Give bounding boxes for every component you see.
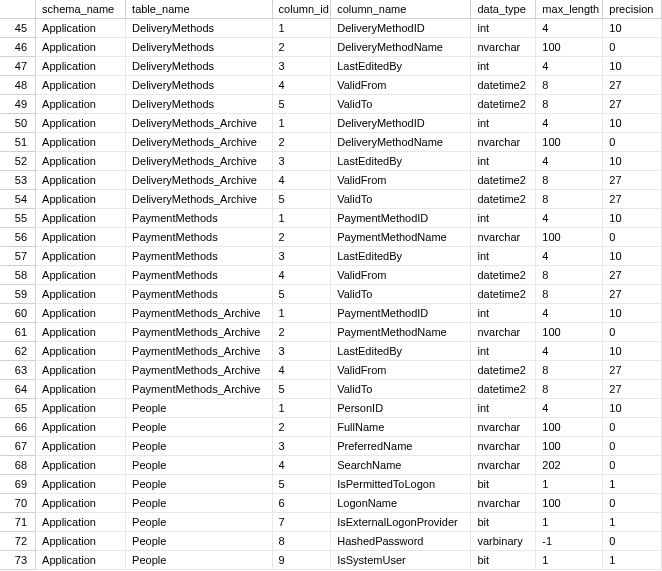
row-number[interactable]: 69 bbox=[0, 475, 36, 494]
cell-data-type[interactable]: bit bbox=[471, 551, 536, 570]
cell-precision[interactable]: 27 bbox=[603, 361, 662, 380]
cell-table-name[interactable]: People bbox=[126, 399, 273, 418]
row-number[interactable]: 73 bbox=[0, 551, 36, 570]
cell-column-name[interactable]: PaymentMethodID bbox=[331, 209, 471, 228]
row-number[interactable]: 66 bbox=[0, 418, 36, 437]
row-number[interactable]: 60 bbox=[0, 304, 36, 323]
cell-column-name[interactable]: PreferredName bbox=[331, 437, 471, 456]
col-header-column-name[interactable]: column_name bbox=[331, 0, 471, 19]
cell-column-name[interactable]: ValidFrom bbox=[331, 266, 471, 285]
cell-max-length[interactable]: 100 bbox=[536, 323, 603, 342]
table-row[interactable]: 55ApplicationPaymentMethods1PaymentMetho… bbox=[0, 209, 662, 228]
cell-column-name[interactable]: PaymentMethodName bbox=[331, 228, 471, 247]
cell-precision[interactable]: 10 bbox=[603, 209, 662, 228]
cell-column-name[interactable]: ValidFrom bbox=[331, 361, 471, 380]
cell-max-length[interactable]: 100 bbox=[536, 418, 603, 437]
cell-precision[interactable]: 27 bbox=[603, 171, 662, 190]
cell-schema-name[interactable]: Application bbox=[36, 418, 126, 437]
cell-column-name[interactable]: HashedPassword bbox=[331, 532, 471, 551]
cell-column-id[interactable]: 9 bbox=[272, 551, 331, 570]
cell-column-id[interactable]: 5 bbox=[272, 380, 331, 399]
cell-max-length[interactable]: 8 bbox=[536, 285, 603, 304]
cell-column-name[interactable]: IsExternalLogonProvider bbox=[331, 513, 471, 532]
cell-column-id[interactable]: 4 bbox=[272, 266, 331, 285]
row-number[interactable]: 53 bbox=[0, 171, 36, 190]
cell-precision[interactable]: 0 bbox=[603, 323, 662, 342]
cell-precision[interactable]: 0 bbox=[603, 494, 662, 513]
cell-data-type[interactable]: nvarchar bbox=[471, 456, 536, 475]
table-row[interactable]: 59ApplicationPaymentMethods5ValidTodatet… bbox=[0, 285, 662, 304]
cell-schema-name[interactable]: Application bbox=[36, 247, 126, 266]
cell-column-name[interactable]: DeliveryMethodID bbox=[331, 114, 471, 133]
cell-data-type[interactable]: int bbox=[471, 209, 536, 228]
table-row[interactable]: 47ApplicationDeliveryMethods3LastEditedB… bbox=[0, 57, 662, 76]
table-row[interactable]: 72ApplicationPeople8HashedPasswordvarbin… bbox=[0, 532, 662, 551]
col-header-data-type[interactable]: data_type bbox=[471, 0, 536, 19]
cell-column-name[interactable]: FullName bbox=[331, 418, 471, 437]
cell-column-name[interactable]: ValidFrom bbox=[331, 76, 471, 95]
cell-precision[interactable]: 10 bbox=[603, 114, 662, 133]
cell-max-length[interactable]: 8 bbox=[536, 380, 603, 399]
cell-table-name[interactable]: DeliveryMethods_Archive bbox=[126, 171, 273, 190]
cell-data-type[interactable]: datetime2 bbox=[471, 285, 536, 304]
table-row[interactable]: 53ApplicationDeliveryMethods_Archive4Val… bbox=[0, 171, 662, 190]
cell-column-name[interactable]: DeliveryMethodID bbox=[331, 19, 471, 38]
cell-column-id[interactable]: 2 bbox=[272, 228, 331, 247]
cell-table-name[interactable]: DeliveryMethods_Archive bbox=[126, 114, 273, 133]
row-number[interactable]: 68 bbox=[0, 456, 36, 475]
cell-precision[interactable]: 27 bbox=[603, 285, 662, 304]
cell-table-name[interactable]: PaymentMethods_Archive bbox=[126, 304, 273, 323]
cell-column-id[interactable]: 4 bbox=[272, 361, 331, 380]
row-number[interactable]: 54 bbox=[0, 190, 36, 209]
cell-schema-name[interactable]: Application bbox=[36, 171, 126, 190]
cell-column-name[interactable]: LastEditedBy bbox=[331, 57, 471, 76]
col-header-precision[interactable]: precision bbox=[603, 0, 662, 19]
cell-data-type[interactable]: bit bbox=[471, 475, 536, 494]
cell-precision[interactable]: 10 bbox=[603, 342, 662, 361]
cell-table-name[interactable]: PaymentMethods_Archive bbox=[126, 361, 273, 380]
cell-precision[interactable]: 27 bbox=[603, 95, 662, 114]
cell-schema-name[interactable]: Application bbox=[36, 513, 126, 532]
cell-data-type[interactable]: bit bbox=[471, 513, 536, 532]
cell-data-type[interactable]: datetime2 bbox=[471, 95, 536, 114]
cell-column-id[interactable]: 5 bbox=[272, 475, 331, 494]
cell-schema-name[interactable]: Application bbox=[36, 266, 126, 285]
cell-max-length[interactable]: 4 bbox=[536, 114, 603, 133]
row-number[interactable]: 48 bbox=[0, 76, 36, 95]
cell-data-type[interactable]: datetime2 bbox=[471, 266, 536, 285]
table-row[interactable]: 64ApplicationPaymentMethods_Archive5Vali… bbox=[0, 380, 662, 399]
row-number[interactable]: 67 bbox=[0, 437, 36, 456]
cell-max-length[interactable]: 1 bbox=[536, 475, 603, 494]
cell-schema-name[interactable]: Application bbox=[36, 342, 126, 361]
table-row[interactable]: 60ApplicationPaymentMethods_Archive1Paym… bbox=[0, 304, 662, 323]
cell-data-type[interactable]: datetime2 bbox=[471, 171, 536, 190]
row-number[interactable]: 63 bbox=[0, 361, 36, 380]
cell-column-id[interactable]: 3 bbox=[272, 57, 331, 76]
cell-precision[interactable]: 10 bbox=[603, 399, 662, 418]
cell-precision[interactable]: 0 bbox=[603, 38, 662, 57]
cell-max-length[interactable]: 100 bbox=[536, 228, 603, 247]
row-number[interactable]: 49 bbox=[0, 95, 36, 114]
cell-schema-name[interactable]: Application bbox=[36, 19, 126, 38]
cell-precision[interactable]: 0 bbox=[603, 133, 662, 152]
cell-column-name[interactable]: ValidTo bbox=[331, 380, 471, 399]
table-row[interactable]: 66ApplicationPeople2FullNamenvarchar1000 bbox=[0, 418, 662, 437]
cell-schema-name[interactable]: Application bbox=[36, 57, 126, 76]
cell-table-name[interactable]: DeliveryMethods bbox=[126, 95, 273, 114]
cell-schema-name[interactable]: Application bbox=[36, 475, 126, 494]
col-header-schema-name[interactable]: schema_name bbox=[36, 0, 126, 19]
table-row[interactable]: 45ApplicationDeliveryMethods1DeliveryMet… bbox=[0, 19, 662, 38]
cell-precision[interactable]: 10 bbox=[603, 152, 662, 171]
cell-schema-name[interactable]: Application bbox=[36, 95, 126, 114]
cell-table-name[interactable]: PaymentMethods bbox=[126, 228, 273, 247]
cell-data-type[interactable]: datetime2 bbox=[471, 361, 536, 380]
cell-column-name[interactable]: LogonName bbox=[331, 494, 471, 513]
cell-data-type[interactable]: nvarchar bbox=[471, 437, 536, 456]
cell-column-id[interactable]: 6 bbox=[272, 494, 331, 513]
cell-max-length[interactable]: 100 bbox=[536, 494, 603, 513]
cell-schema-name[interactable]: Application bbox=[36, 361, 126, 380]
cell-data-type[interactable]: int bbox=[471, 19, 536, 38]
cell-table-name[interactable]: PaymentMethods bbox=[126, 209, 273, 228]
cell-table-name[interactable]: People bbox=[126, 418, 273, 437]
table-row[interactable]: 71ApplicationPeople7IsExternalLogonProvi… bbox=[0, 513, 662, 532]
